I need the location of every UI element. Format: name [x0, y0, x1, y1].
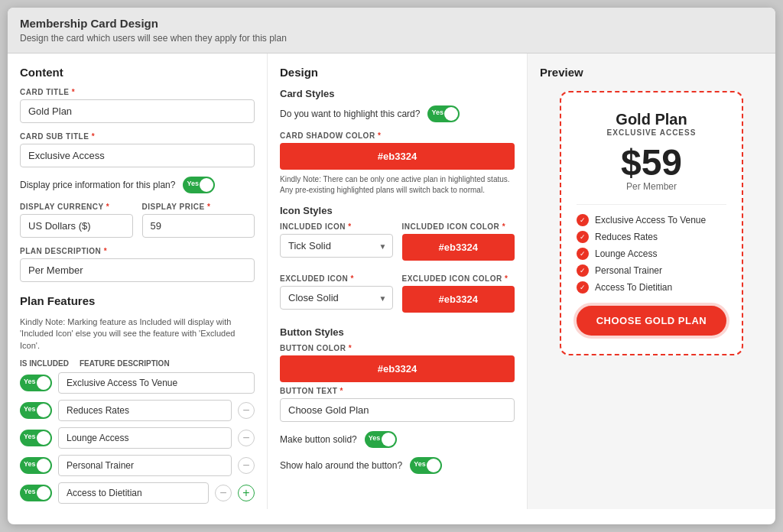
- excluded-icon-select[interactable]: Close Solid: [280, 286, 393, 310]
- feature-toggle-4[interactable]: Yes: [20, 457, 52, 474]
- card-subtitle-label: CARD SUB TITLE *: [20, 132, 255, 141]
- button-styles-title: Button Styles: [280, 326, 515, 338]
- card-divider: [577, 204, 726, 205]
- highlight-toggle[interactable]: Yes: [427, 105, 460, 122]
- check-icon: ✓: [577, 264, 589, 277]
- check-icon: ✓: [577, 231, 589, 243]
- card-price: $59: [577, 144, 726, 181]
- feature-row: Yes −: [20, 400, 255, 421]
- check-icon: ✓: [577, 214, 589, 226]
- included-icon-wrapper: Tick Solid ▼: [280, 234, 393, 258]
- card-title-label: CARD TITLE *: [20, 88, 255, 96]
- card-plan-name: Gold Plan: [577, 111, 726, 128]
- currency-input[interactable]: [20, 214, 133, 238]
- list-item: ✓ Exclusive Access To Venue: [577, 214, 726, 226]
- feature-input-3[interactable]: [58, 427, 232, 449]
- check-icon: ✓: [577, 248, 589, 260]
- card-subtitle-input[interactable]: [20, 144, 255, 167]
- display-price-row: Display price information for this plan?…: [20, 177, 255, 193]
- plan-features-note: Kindly Note: Marking feature as Included…: [20, 316, 255, 352]
- highlight-label: Do you want to highlight this card?: [280, 109, 420, 119]
- button-text-input[interactable]: [280, 398, 515, 422]
- price-row: DISPLAY CURRENCY * DISPLAY PRICE *: [20, 203, 255, 247]
- solid-btn-row: Make button solid? Yes: [280, 431, 515, 448]
- excluded-icon-color-btn[interactable]: #eb3324: [402, 286, 515, 313]
- excluded-icon-row: EXCLUDED ICON * Close Solid ▼ EXCLUDED I…: [280, 274, 515, 317]
- feature-input-1[interactable]: [58, 372, 255, 394]
- remove-feature-btn[interactable]: −: [238, 457, 255, 474]
- card-features-list: ✓ Exclusive Access To Venue ✓ Reduces Ra…: [577, 214, 726, 294]
- display-price-label: Display price information for this plan?: [20, 180, 175, 190]
- content-area: Content CARD TITLE * CARD SUB TITLE * Di…: [8, 54, 775, 509]
- feature-input-4[interactable]: [58, 455, 232, 476]
- list-item: ✓ Personal Trainer: [577, 264, 726, 277]
- feature-toggle-1[interactable]: Yes: [20, 375, 52, 391]
- content-section-title: Content: [20, 66, 255, 79]
- preview-title: Preview: [540, 66, 763, 79]
- halo-toggle[interactable]: Yes: [410, 457, 442, 474]
- card-styles-title: Card Styles: [280, 88, 515, 99]
- feature-row: Yes −: [20, 455, 255, 476]
- feature-input-5[interactable]: [58, 482, 209, 504]
- card-plan-subtitle: EXCLUSIVE ACCESS: [577, 128, 726, 137]
- design-title: Design: [280, 66, 515, 79]
- features-header: IS INCLUDED FEATURE DESCRIPTION: [20, 359, 255, 368]
- plan-features-title: Plan Features: [20, 294, 255, 307]
- list-item: ✓ Reduces Rates: [577, 231, 726, 243]
- excluded-icon-wrapper: Close Solid ▼: [280, 286, 393, 310]
- included-icon-select[interactable]: Tick Solid: [280, 234, 393, 258]
- feature-toggle-5[interactable]: Yes: [20, 485, 52, 501]
- feature-row: Yes − +: [20, 482, 255, 504]
- main-container: Membership Card Design Design the card w…: [8, 8, 775, 524]
- card-per-label: Per Member: [577, 181, 726, 192]
- remove-feature-btn[interactable]: −: [238, 430, 255, 446]
- left-panel: Content CARD TITLE * CARD SUB TITLE * Di…: [8, 54, 268, 509]
- add-feature-btn[interactable]: +: [238, 485, 255, 501]
- button-color-btn[interactable]: #eb3324: [280, 355, 515, 382]
- middle-panel: Design Card Styles Do you want to highli…: [268, 54, 528, 509]
- display-price-toggle[interactable]: Yes: [183, 177, 215, 193]
- list-item: ✓ Access To Dietitian: [577, 281, 726, 294]
- halo-label: Show halo around the button?: [280, 460, 402, 471]
- solid-label: Make button solid?: [280, 434, 357, 445]
- included-icon-row: INCLUDED ICON * Tick Solid ▼ INCLUDED IC…: [280, 222, 515, 265]
- page-header: Membership Card Design Design the card w…: [8, 8, 775, 54]
- card-preview: Gold Plan EXCLUSIVE ACCESS $59 Per Membe…: [560, 91, 743, 355]
- right-panel: Preview Gold Plan EXCLUSIVE ACCESS $59 P…: [528, 54, 775, 509]
- halo-row: Show halo around the button? Yes: [280, 457, 515, 474]
- check-icon: ✓: [577, 281, 589, 294]
- highlight-row: Do you want to highlight this card? Yes: [280, 105, 515, 122]
- feature-row: Yes −: [20, 427, 255, 449]
- included-icon-color-btn[interactable]: #eb3324: [402, 234, 515, 261]
- remove-feature-btn[interactable]: −: [238, 402, 255, 419]
- solid-toggle[interactable]: Yes: [365, 431, 397, 448]
- feature-toggle-2[interactable]: Yes: [20, 402, 52, 419]
- shadow-color-btn[interactable]: #eb3324: [280, 143, 515, 170]
- feature-row: Yes: [20, 372, 255, 394]
- cta-button[interactable]: CHOOSE GOLD PLAN: [577, 306, 726, 336]
- plan-desc-input[interactable]: [20, 258, 255, 282]
- page-title: Membership Card Design: [20, 17, 763, 30]
- icon-styles-title: Icon Styles: [280, 205, 515, 216]
- card-title-input[interactable]: [20, 99, 255, 123]
- price-input[interactable]: [142, 214, 255, 238]
- shadow-note: Kindly Note: There can be only one activ…: [280, 174, 515, 196]
- list-item: ✓ Lounge Access: [577, 248, 726, 260]
- feature-toggle-3[interactable]: Yes: [20, 430, 52, 446]
- page-subtitle: Design the card which users will see whe…: [20, 33, 763, 44]
- remove-feature-btn[interactable]: −: [215, 485, 232, 501]
- feature-input-2[interactable]: [58, 400, 232, 421]
